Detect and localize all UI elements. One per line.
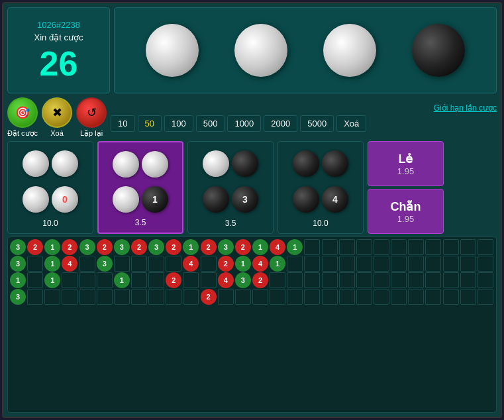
history-cell — [183, 289, 199, 305]
history-cell — [304, 289, 320, 305]
history-cell: 2 — [131, 239, 147, 255]
bet-10[interactable]: 10 — [111, 115, 134, 132]
ball-b2 — [322, 150, 348, 177]
history-cell — [27, 256, 43, 272]
history-cell — [148, 289, 164, 305]
history-cell — [408, 272, 424, 288]
chan-bet-card[interactable]: Chẵn 1.95 — [368, 189, 444, 234]
ball-w1 — [23, 150, 49, 177]
action-buttons: 🎯 Đặt cược ✖ Xoá ↺ Lặp lại — [7, 97, 107, 138]
history-cell — [148, 272, 164, 288]
le-bet-card[interactable]: Lẻ 1.95 — [368, 141, 444, 186]
history-cell — [287, 256, 303, 272]
ball-b3: 3 — [232, 186, 258, 213]
bet-card-3[interactable]: 3 3.5 — [187, 141, 274, 234]
history-cell — [270, 272, 285, 288]
balls-panel — [114, 7, 497, 93]
xoa-button[interactable]: ✖ Xoá — [42, 97, 72, 137]
bet-card-0[interactable]: 0 10.0 — [7, 141, 93, 234]
history-cell — [374, 289, 389, 305]
dat-cuoc-button[interactable]: 🎯 Đặt cược — [7, 97, 38, 138]
history-cell — [322, 272, 338, 288]
bet-card-1[interactable]: 1 3.5 — [97, 141, 183, 234]
history-cell — [374, 256, 389, 272]
betting-grid: 0 10.0 1 3.5 3 3.5 — [7, 141, 497, 234]
bet-50[interactable]: 50 — [138, 115, 162, 132]
history-cell — [304, 239, 320, 255]
bet-card-0-odds: 10.0 — [42, 219, 58, 228]
history-cell — [478, 239, 493, 255]
lap-lai-button[interactable]: ↺ Lặp lại — [76, 97, 107, 138]
history-cell — [114, 256, 130, 272]
bet-500[interactable]: 500 — [196, 115, 225, 132]
history-cell: 4 — [270, 239, 285, 255]
dat-cuoc-label: Đặt cược — [7, 129, 38, 138]
history-cell — [62, 272, 77, 288]
history-cell: 3 — [97, 256, 113, 272]
history-cell — [270, 289, 285, 305]
history-cell — [183, 272, 199, 288]
history-cell — [131, 256, 147, 272]
history-cell — [425, 256, 441, 272]
history-cell — [218, 289, 234, 305]
history-cell — [425, 272, 441, 288]
history-cell — [391, 289, 407, 305]
main-container: 1026#2238 Xin đặt cược 26 🎯 Đặt cược ✖ X… — [2, 2, 502, 418]
ball-w2 — [142, 151, 168, 178]
ball-w3 — [23, 186, 49, 213]
history-cell: 1 — [44, 239, 60, 255]
chan-label: Chẵn — [391, 199, 421, 214]
ball-4 — [412, 24, 465, 77]
bet-card-4-odds: 10.0 — [313, 219, 328, 228]
ball-b1 — [293, 150, 319, 177]
history-cell — [443, 256, 459, 272]
side-bets: Lẻ 1.95 Chẵn 1.95 — [368, 141, 444, 234]
history-cell — [114, 289, 130, 305]
history-cell — [166, 289, 181, 305]
bet-100[interactable]: 100 — [164, 115, 193, 132]
bet-card-4-balls: 4 — [293, 147, 348, 216]
dat-cuoc-icon: 🎯 — [7, 97, 38, 128]
bet-2000[interactable]: 2000 — [264, 115, 297, 132]
top-section: 1026#2238 Xin đặt cược 26 — [7, 7, 497, 93]
bet-xoa[interactable]: Xoá — [336, 115, 366, 132]
history-cell — [391, 256, 407, 272]
bet-limit-link[interactable]: Giới hạn lần cược — [434, 103, 497, 113]
ball-b1: 1 — [142, 186, 168, 213]
history-cell — [339, 239, 355, 255]
bet-card-4[interactable]: 4 10.0 — [277, 141, 364, 234]
history-cell — [391, 272, 407, 288]
bet-card-0-balls: 0 — [23, 147, 78, 216]
history-cell — [322, 289, 338, 305]
history-cell: 1 — [10, 272, 26, 288]
ball-w1 — [113, 151, 139, 178]
info-panel: 1026#2238 Xin đặt cược 26 — [7, 7, 110, 93]
history-cell: 1 — [44, 272, 60, 288]
history-cell — [148, 256, 164, 272]
history-cell: 1 — [270, 256, 285, 272]
history-cell — [287, 272, 303, 288]
history-cell — [478, 256, 493, 272]
history-cell: 3 — [235, 272, 251, 288]
history-cell: 4 — [183, 256, 199, 272]
history-cell — [356, 272, 372, 288]
chan-odds: 1.95 — [397, 214, 414, 224]
bet-card-3-odds: 3.5 — [225, 219, 236, 228]
bet-card-1-odds: 3.5 — [135, 218, 146, 227]
ball-b4: 4 — [322, 186, 348, 213]
ball-2 — [234, 24, 287, 77]
history-cell — [339, 256, 355, 272]
history-cell — [235, 289, 251, 305]
bet-limit-row: Giới hạn lần cược — [111, 103, 497, 113]
history-cell: 1 — [114, 272, 130, 288]
history-cell: 2 — [166, 272, 181, 288]
ball-w2 — [52, 150, 78, 177]
history-cell — [478, 272, 493, 288]
bet-amounts-container: Giới hạn lần cược 10 50 100 500 1000 200… — [111, 103, 497, 132]
bet-1000[interactable]: 1000 — [227, 115, 261, 132]
history-cell — [27, 289, 43, 305]
ball-w1 — [203, 150, 229, 177]
history-cell — [339, 272, 355, 288]
bet-5000[interactable]: 5000 — [300, 115, 334, 132]
ball-b1 — [232, 150, 258, 177]
